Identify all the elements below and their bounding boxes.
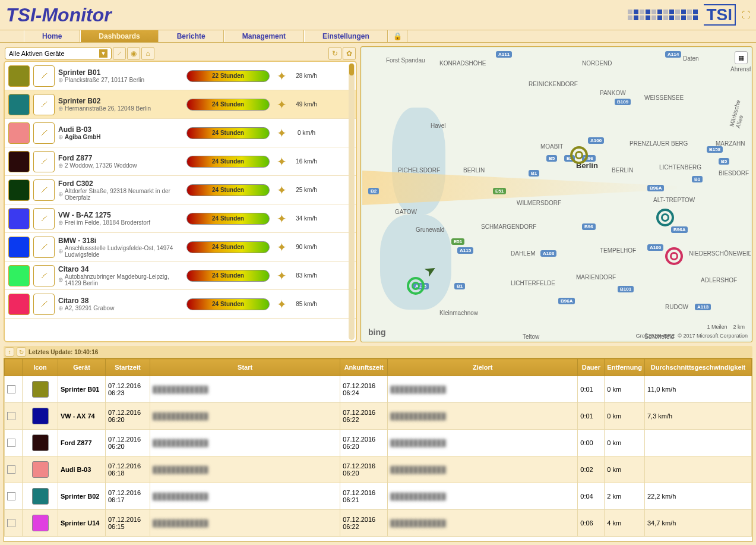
row-checkbox[interactable]: [7, 519, 15, 527]
device-item[interactable]: ⟋ VW - B-AZ 1275 ⊕Frei im Felde, 18184 B…: [5, 204, 356, 233]
table-header[interactable]: Icon: [23, 359, 58, 376]
target-tool-button[interactable]: ◉: [127, 47, 140, 60]
device-list[interactable]: ⟋ Sprinter B01 ⊕Planckstraße 27, 10117 B…: [4, 61, 357, 342]
cell-arrival-time: 07.12.2016 06:20: [340, 456, 388, 483]
chevron-down-icon: ▼: [99, 49, 107, 58]
nav-management[interactable]: Management: [224, 30, 304, 42]
map-label: BERLIN: [612, 167, 633, 174]
map-vehicle-marker[interactable]: [570, 146, 588, 164]
table-header[interactable]: Gerät: [58, 359, 106, 376]
map-label: BERLIN: [463, 167, 485, 174]
route-icon[interactable]: ⟋: [33, 151, 55, 172]
map-label: ADLERSHOF: [701, 277, 737, 283]
nav-dashboards[interactable]: Dashboards: [80, 30, 158, 42]
resize-button[interactable]: ↕: [5, 347, 14, 357]
route-icon[interactable]: ⟋: [33, 65, 55, 87]
map-panel: ▦ bing 1 Meilen2 km Groß2016HERE © 2017 …: [360, 46, 752, 342]
table-header[interactable]: Durchschnittsgeschwindigkeit: [645, 359, 752, 376]
map-label: RUDOW: [665, 304, 688, 310]
row-checkbox[interactable]: [7, 465, 15, 474]
device-item[interactable]: ⟋ Citaro 34 ⊕Autobahnzubringer Magdeburg…: [5, 262, 356, 290]
road-badge: B109: [615, 99, 631, 105]
row-checkbox[interactable]: [7, 412, 15, 420]
cell-arrival-time: 07.12.2016 06:20: [340, 430, 388, 456]
device-item[interactable]: ⟋ Citaro 38 ⊕A2, 39291 Grabow 24 Stunden…: [5, 290, 356, 319]
cell-arrival-time: 07.12.2016 06:22: [340, 403, 388, 430]
tsi-logo: TSI: [704, 4, 736, 26]
map-vehicle-marker[interactable]: [665, 247, 683, 265]
device-item[interactable]: ⟋ Ford Z877 ⊕2 Woddow, 17326 Woddow 24 S…: [5, 147, 356, 176]
map-label: WEISSENSEE: [644, 94, 684, 101]
road-badge: A113: [695, 304, 711, 310]
table-row[interactable]: VW - AX 74 07.12.2016 06:20 ████████████…: [5, 403, 752, 430]
map[interactable]: ▦ bing 1 Meilen2 km Groß2016HERE © 2017 …: [362, 48, 751, 341]
device-color-swatch: [8, 208, 30, 229]
device-item[interactable]: ⟋ Ford C302 ⊕Altdorfer Straße, 92318 Neu…: [5, 176, 356, 204]
table-row[interactable]: Sprinter U14 07.12.2016 06:15 ██████████…: [5, 510, 752, 537]
device-info: Audi B-03 ⊕Agiba GmbH: [58, 125, 183, 140]
device-info: BMW - 318i ⊕Anschlussstelle Ludwigsfelde…: [58, 237, 183, 258]
cell-start-time: 07.12.2016 06:15: [106, 510, 150, 537]
device-item[interactable]: ⟋ Sprinter B02 ⊕Hermannstraße 26, 12049 …: [5, 90, 356, 119]
device-location: ⊕A2, 39291 Grabow: [58, 305, 183, 311]
table-row[interactable]: Ford Z877 07.12.2016 06:20 ████████████ …: [5, 430, 752, 456]
table-header[interactable]: Dauer: [578, 359, 605, 376]
map-label: TEMPELHOF: [600, 247, 636, 254]
road-badge: B5: [719, 158, 729, 165]
globe-icon: ⊕: [58, 77, 63, 83]
row-color-swatch: [32, 408, 49, 424]
row-checkbox[interactable]: [7, 492, 15, 500]
lock-icon[interactable]: 🔒: [388, 30, 407, 42]
table-header[interactable]: Startzeit: [106, 359, 150, 376]
device-item[interactable]: ⟋ Sprinter B01 ⊕Planckstraße 27, 10117 B…: [5, 62, 356, 90]
bing-logo: bing: [368, 327, 386, 337]
cell-duration: 0:04: [578, 483, 605, 510]
device-name: Sprinter B02: [58, 97, 183, 105]
nav-berichte[interactable]: Berichte: [159, 30, 224, 42]
settings-button[interactable]: ✿: [343, 47, 356, 60]
globe-icon: ⊕: [58, 276, 63, 283]
map-label: Märkische Allee: [728, 99, 748, 129]
device-toolbar: Alle Aktiven Geräte ▼ ⟋ ◉ ⌂ ↻ ✿: [4, 46, 357, 61]
route-icon[interactable]: ⟋: [33, 122, 55, 144]
route-icon[interactable]: ⟋: [33, 294, 55, 315]
route-tool-button[interactable]: ⟋: [113, 47, 126, 60]
route-icon[interactable]: ⟋: [33, 208, 55, 229]
map-label: KONRADSHÖHE: [439, 60, 486, 67]
scrollbar[interactable]: [349, 63, 355, 340]
route-icon[interactable]: ⟋: [33, 237, 55, 258]
route-icon[interactable]: ⟋: [33, 179, 55, 201]
device-location: ⊕Planckstraße 27, 10117 Berlin: [58, 77, 183, 83]
map-label: SCHMARGENDORF: [481, 223, 536, 230]
device-item[interactable]: ⟋ BMW - 318i ⊕Anschlussstelle Ludwigsfel…: [5, 233, 356, 262]
device-location: ⊕2 Woddow, 17326 Woddow: [58, 162, 183, 169]
refresh-button[interactable]: ↻: [328, 47, 341, 60]
device-filter-dropdown[interactable]: Alle Aktiven Geräte ▼: [5, 48, 112, 59]
table-header[interactable]: Ankunftszeit: [340, 359, 388, 376]
table-row[interactable]: Sprinter B01 07.12.2016 06:23 ██████████…: [5, 376, 752, 403]
map-vehicle-marker[interactable]: [407, 277, 425, 295]
table-header[interactable]: Start: [150, 359, 340, 376]
table-header[interactable]: Zielort: [388, 359, 578, 376]
route-icon[interactable]: ⟋: [33, 94, 55, 115]
compass-icon: ✦: [273, 182, 290, 199]
cell-duration: 0:01: [578, 403, 605, 430]
device-item[interactable]: ⟋ Audi B-03 ⊕Agiba GmbH 24 Stunden ✦ 0 k…: [5, 119, 356, 147]
nav-einstellungen[interactable]: Einstellungen: [304, 30, 388, 42]
expand-icon[interactable]: ⛶: [742, 10, 750, 20]
row-checkbox[interactable]: [7, 385, 15, 393]
device-name: Audi B-03: [58, 125, 183, 134]
row-checkbox[interactable]: [7, 439, 15, 447]
table-header[interactable]: Entfernung: [605, 359, 645, 376]
home-tool-button[interactable]: ⌂: [141, 47, 154, 60]
map-layers-button[interactable]: ▦: [735, 51, 748, 64]
table-row[interactable]: Sprinter B02 07.12.2016 06:17 ██████████…: [5, 483, 752, 510]
route-icon[interactable]: ⟋: [33, 265, 55, 286]
map-vehicle-marker[interactable]: [656, 209, 674, 226]
table-row[interactable]: Audi B-03 07.12.2016 06:18 ████████████ …: [5, 456, 752, 483]
device-speed: 28 km/h: [293, 73, 320, 79]
refresh-table-button[interactable]: ↻: [17, 347, 26, 357]
cell-start: ████████████: [150, 403, 340, 430]
cell-arrival-time: 07.12.2016 06:21: [340, 483, 388, 510]
nav-home[interactable]: Home: [24, 30, 80, 42]
